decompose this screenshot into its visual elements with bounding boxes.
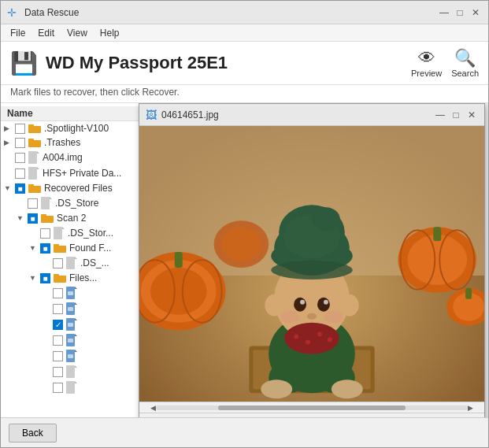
instruction-text: Mark files to recover, then click Recove… bbox=[10, 87, 180, 98]
preview-maximize-button[interactable]: □ bbox=[450, 109, 462, 121]
scrollbar-track[interactable] bbox=[156, 405, 468, 410]
search-button[interactable]: 🔍 Search bbox=[451, 48, 479, 78]
img-file-icon bbox=[66, 318, 77, 331]
preview-button[interactable]: 👁 Preview bbox=[411, 48, 442, 78]
preview-minimize-button[interactable]: — bbox=[434, 109, 446, 121]
expand-icon: ▶ bbox=[4, 124, 15, 132]
item-label: Recovered Files bbox=[44, 183, 113, 194]
checkbox-spotlight[interactable] bbox=[15, 124, 25, 134]
tree-item-file6[interactable] bbox=[1, 364, 157, 380]
scroll-left-arrow[interactable]: ◀ bbox=[150, 404, 156, 412]
preview-scrollbar-horizontal[interactable]: ◀ ▶ bbox=[139, 402, 484, 413]
preview-window-controls: — □ ✕ bbox=[434, 109, 478, 121]
app-title: Data Rescue bbox=[24, 7, 438, 18]
svg-rect-0 bbox=[28, 126, 41, 133]
checkbox-file2[interactable] bbox=[53, 304, 63, 314]
checkbox-a004[interactable] bbox=[15, 153, 25, 163]
checkbox-file6[interactable] bbox=[53, 367, 63, 377]
checkbox-file3[interactable]: ✓ bbox=[53, 320, 63, 330]
file-icon bbox=[54, 227, 65, 239]
checkbox-dsstore1[interactable] bbox=[28, 198, 38, 209]
svg-point-50 bbox=[407, 235, 467, 285]
tree-item-a004[interactable]: A004.img bbox=[1, 150, 157, 165]
svg-marker-19 bbox=[75, 257, 77, 259]
svg-rect-46 bbox=[175, 252, 183, 268]
preview-close-button[interactable]: ✕ bbox=[465, 109, 478, 121]
svg-rect-3 bbox=[28, 139, 34, 141]
file-tree-panel[interactable]: Name ▶ .Spotlight-V100 ▶ . bbox=[1, 103, 158, 417]
checkbox-foundf[interactable]: ■ bbox=[40, 243, 50, 254]
svg-rect-56 bbox=[465, 288, 472, 299]
item-label: Scan 2 bbox=[57, 213, 86, 224]
tree-item-file2[interactable] bbox=[1, 301, 157, 317]
svg-marker-35 bbox=[75, 350, 77, 352]
menu-help[interactable]: Help bbox=[94, 26, 126, 40]
item-label: .Trashes bbox=[44, 137, 80, 148]
svg-point-75 bbox=[271, 261, 353, 280]
scrollbar-thumb[interactable] bbox=[218, 405, 406, 410]
tree-header: Name bbox=[1, 106, 157, 121]
menu-view[interactable]: View bbox=[61, 26, 94, 40]
scroll-right-arrow[interactable]: ▶ bbox=[468, 404, 473, 412]
img-file-icon bbox=[66, 334, 77, 346]
tree-item-file3[interactable]: ✓ bbox=[1, 317, 157, 332]
item-label: HFS+ Private Da... bbox=[43, 168, 121, 179]
file-icon bbox=[41, 197, 52, 209]
checkbox-files[interactable]: ■ bbox=[40, 273, 50, 283]
instruction-bar: Mark files to recover, then click Recove… bbox=[1, 85, 488, 103]
drive-actions: 👁 Preview 🔍 Search bbox=[411, 48, 479, 78]
tree-item-file4[interactable] bbox=[1, 332, 157, 348]
checkbox-file5[interactable] bbox=[53, 351, 63, 361]
tree-item-files[interactable]: ▼ ■ Files... bbox=[1, 271, 157, 285]
checkbox-recovered[interactable]: ■ bbox=[15, 183, 25, 194]
tree-item-dsstore2[interactable]: .DS_Stor... bbox=[1, 225, 157, 241]
tree-item-scan2[interactable]: ▼ ■ Scan 2 bbox=[1, 211, 157, 225]
menu-edit[interactable]: Edit bbox=[31, 26, 61, 40]
back-button[interactable]: Back bbox=[9, 424, 57, 442]
svg-marker-29 bbox=[75, 318, 77, 320]
app-icon: ✛ bbox=[7, 6, 20, 19]
tree-item-spotlight[interactable]: ▶ .Spotlight-V100 bbox=[1, 121, 157, 135]
tree-item-trashes[interactable]: ▶ .Trashes bbox=[1, 135, 157, 150]
svg-point-76 bbox=[312, 207, 340, 231]
svg-rect-10 bbox=[41, 197, 50, 209]
close-button[interactable]: ✕ bbox=[469, 6, 482, 19]
checkbox-dsstore2[interactable] bbox=[40, 228, 50, 239]
svg-point-45 bbox=[150, 268, 207, 315]
svg-rect-8 bbox=[28, 186, 41, 193]
svg-rect-1 bbox=[28, 124, 34, 127]
checkbox-trashes[interactable] bbox=[15, 138, 25, 148]
svg-point-90 bbox=[324, 311, 343, 324]
tree-item-dsstore1[interactable]: .DS_Store bbox=[1, 195, 157, 211]
svg-rect-16 bbox=[54, 246, 66, 253]
expand-icon: ▼ bbox=[29, 244, 40, 252]
svg-point-85 bbox=[294, 335, 298, 339]
minimize-button[interactable]: — bbox=[438, 6, 450, 19]
svg-marker-5 bbox=[37, 151, 39, 154]
checkbox-scan2[interactable]: ■ bbox=[28, 213, 38, 224]
checkbox-file7[interactable] bbox=[53, 383, 63, 393]
checkbox-hfs[interactable] bbox=[15, 168, 25, 179]
tree-item-file5[interactable] bbox=[1, 348, 157, 364]
tree-item-hfs[interactable]: HFS+ Private Da... bbox=[1, 165, 157, 181]
svg-rect-6 bbox=[28, 167, 37, 180]
svg-rect-39 bbox=[66, 381, 75, 394]
svg-rect-27 bbox=[68, 307, 73, 311]
menu-file[interactable]: File bbox=[4, 26, 31, 40]
tree-item-dsstore3[interactable]: .DS_... bbox=[1, 255, 157, 271]
tree-item-recovered[interactable]: ▼ ■ Recovered Files bbox=[1, 181, 157, 195]
svg-rect-24 bbox=[68, 291, 73, 295]
maximize-button[interactable]: □ bbox=[454, 6, 466, 19]
checkbox-file4[interactable] bbox=[53, 335, 63, 346]
tree-item-foundf[interactable]: ▼ ■ Found F... bbox=[1, 241, 157, 255]
tree-item-file1[interactable] bbox=[1, 285, 157, 301]
svg-rect-37 bbox=[66, 365, 75, 378]
checkbox-dsstore3[interactable] bbox=[53, 258, 63, 268]
expand-icon: ▼ bbox=[17, 214, 28, 222]
file-icon bbox=[28, 167, 39, 180]
tree-item-file7[interactable] bbox=[1, 380, 157, 395]
folder-icon bbox=[54, 243, 66, 253]
svg-rect-4 bbox=[28, 151, 37, 164]
checkbox-file1[interactable] bbox=[53, 288, 63, 298]
svg-point-86 bbox=[306, 340, 310, 345]
